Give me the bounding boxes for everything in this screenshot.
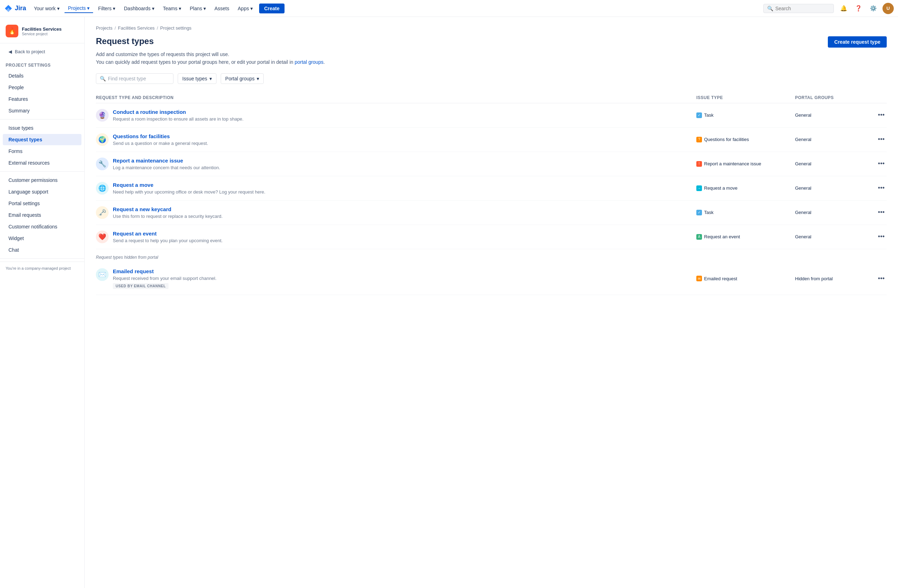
table-row[interactable]: 🌍 Questions for facilities Send us a que… bbox=[96, 127, 887, 152]
request-info: 🌍 Questions for facilities Send us a que… bbox=[96, 133, 697, 146]
sidebar-item-customer-permissions[interactable]: Customer permissions bbox=[3, 175, 81, 186]
sidebar-item-features[interactable]: Features bbox=[3, 94, 81, 105]
col-actions bbox=[866, 95, 887, 100]
issue-type: ✓ Task bbox=[697, 210, 795, 215]
dashboards-menu[interactable]: Dashboards ▾ bbox=[120, 4, 158, 13]
request-icon: ✉️ bbox=[96, 268, 109, 281]
breadcrumb-sep2: / bbox=[157, 25, 158, 31]
sidebar-item-issue-types[interactable]: Issue types bbox=[3, 122, 81, 134]
sidebar-item-forms[interactable]: Forms bbox=[3, 146, 81, 157]
chevron-down-icon: ▾ bbox=[152, 6, 154, 11]
table-row[interactable]: 🌐 Request a move Need help with your upc… bbox=[96, 176, 887, 201]
row-menu-button[interactable]: ••• bbox=[876, 232, 887, 242]
portal-group: General bbox=[795, 137, 866, 142]
plans-menu[interactable]: Plans ▾ bbox=[186, 4, 209, 13]
sidebar-project: 🔥 Facilities Services Service project bbox=[0, 21, 84, 43]
row-menu-button[interactable]: ••• bbox=[876, 159, 887, 169]
settings-button[interactable]: ⚙️ bbox=[868, 3, 879, 14]
page-header: Request types Add and customize the type… bbox=[96, 36, 887, 66]
request-name[interactable]: Conduct a routine inspection bbox=[113, 109, 244, 115]
request-name[interactable]: Questions for facilities bbox=[113, 133, 208, 139]
apps-menu[interactable]: Apps ▾ bbox=[234, 4, 256, 13]
breadcrumb-facilities[interactable]: Facilities Services bbox=[118, 25, 155, 31]
create-button[interactable]: Create bbox=[259, 3, 284, 14]
request-name[interactable]: Request a new keycard bbox=[113, 206, 223, 212]
back-icon: ◀ bbox=[8, 49, 12, 54]
request-text: Request an event Send a request to help … bbox=[113, 230, 223, 243]
search-input[interactable] bbox=[775, 6, 825, 11]
sidebar-item-language-support[interactable]: Language support bbox=[3, 186, 81, 197]
issue-type-icon: ✓ bbox=[697, 210, 702, 215]
row-menu-button[interactable]: ••• bbox=[876, 183, 887, 193]
request-text: Questions for facilities Send us a quest… bbox=[113, 133, 208, 146]
request-name[interactable]: Request a move bbox=[113, 182, 266, 188]
portal-groups-filter[interactable]: Portal groups ▾ bbox=[221, 73, 264, 84]
request-text: Conduct a routine inspection Request a r… bbox=[113, 109, 244, 121]
row-menu-button[interactable]: ••• bbox=[876, 273, 887, 284]
breadcrumb-projects[interactable]: Projects bbox=[96, 25, 112, 31]
sidebar-item-chat[interactable]: Chat bbox=[3, 244, 81, 256]
request-desc: Need help with your upcoming office or d… bbox=[113, 189, 266, 195]
issue-type-icon: ✓ bbox=[697, 112, 702, 118]
your-work-menu[interactable]: Your work ▾ bbox=[30, 4, 63, 13]
sidebar-item-email-requests[interactable]: Email requests bbox=[3, 209, 81, 221]
sidebar-item-details[interactable]: Details bbox=[3, 70, 81, 81]
request-type-search-box[interactable]: 🔍 bbox=[96, 73, 174, 84]
search-box[interactable]: 🔍 bbox=[763, 4, 834, 13]
filters-menu[interactable]: Filters ▾ bbox=[94, 4, 119, 13]
notifications-button[interactable]: 🔔 bbox=[838, 3, 849, 14]
request-name[interactable]: Emailed request bbox=[113, 268, 217, 274]
page-title: Request types bbox=[96, 36, 325, 46]
topnav: Jira Your work ▾ Projects ▾ Filters ▾ Da… bbox=[0, 0, 898, 17]
table-row[interactable]: ❤️ Request an event Send a request to he… bbox=[96, 225, 887, 249]
layout: 🔥 Facilities Services Service project ◀ … bbox=[0, 17, 898, 588]
teams-menu[interactable]: Teams ▾ bbox=[159, 4, 185, 13]
help-button[interactable]: ❓ bbox=[853, 3, 864, 14]
assets-menu[interactable]: Assets bbox=[211, 4, 233, 13]
project-info: Facilities Services Service project bbox=[22, 26, 62, 36]
sidebar-item-people[interactable]: People bbox=[3, 82, 81, 93]
topnav-icons: 🔔 ❓ ⚙️ U bbox=[838, 3, 894, 14]
row-menu-button[interactable]: ••• bbox=[876, 207, 887, 218]
portal-group: General bbox=[795, 210, 866, 215]
project-name: Facilities Services bbox=[22, 26, 62, 32]
projects-menu[interactable]: Projects ▾ bbox=[65, 4, 94, 13]
portal-groups-link[interactable]: portal groups bbox=[295, 59, 324, 65]
request-name[interactable]: Report a maintenance issue bbox=[113, 158, 220, 164]
sidebar-item-summary[interactable]: Summary bbox=[3, 105, 81, 116]
sidebar-item-portal-settings[interactable]: Portal settings bbox=[3, 198, 81, 209]
issue-type: ! Report a maintenance issue bbox=[697, 161, 795, 167]
sidebar-item-customer-notifications[interactable]: Customer notifications bbox=[3, 221, 81, 232]
table-row[interactable]: 🗝️ Request a new keycard Use this form t… bbox=[96, 201, 887, 225]
find-request-type-input[interactable] bbox=[108, 76, 168, 81]
row-actions: ••• bbox=[866, 232, 887, 242]
table-row[interactable]: 🔮 Conduct a routine inspection Request a… bbox=[96, 103, 887, 127]
sidebar-item-request-types[interactable]: Request types bbox=[3, 134, 81, 145]
row-menu-button[interactable]: ••• bbox=[876, 110, 887, 120]
portal-group: General bbox=[795, 186, 866, 191]
row-menu-button[interactable]: ••• bbox=[876, 134, 887, 144]
avatar[interactable]: U bbox=[883, 3, 894, 14]
logo-text: Jira bbox=[15, 5, 26, 12]
request-text: Request a new keycard Use this form to r… bbox=[113, 206, 223, 219]
row-actions: ••• bbox=[866, 273, 887, 284]
table-row[interactable]: ✉️ Emailed request Request received from… bbox=[96, 263, 887, 295]
back-to-project[interactable]: ◀ Back to project bbox=[3, 46, 81, 57]
create-request-type-button[interactable]: Create request type bbox=[828, 36, 887, 48]
issue-type: → Request a move bbox=[697, 186, 795, 191]
table-row[interactable]: 🔧 Report a maintenance issue Log a maint… bbox=[96, 152, 887, 176]
project-icon: 🔥 bbox=[6, 25, 18, 37]
project-subtitle: Service project bbox=[22, 32, 62, 36]
company-managed-label: You're in a company-managed project bbox=[0, 262, 84, 275]
sidebar-item-widget[interactable]: Widget bbox=[3, 233, 81, 244]
issue-types-filter[interactable]: Issue types ▾ bbox=[178, 73, 217, 84]
jira-logo[interactable]: Jira bbox=[4, 4, 26, 13]
search-icon: 🔍 bbox=[767, 6, 773, 11]
sidebar-item-external-resources[interactable]: External resources bbox=[3, 157, 81, 169]
portal-group: Hidden from portal bbox=[795, 276, 866, 281]
sidebar-divider bbox=[0, 119, 84, 120]
request-name[interactable]: Request an event bbox=[113, 230, 223, 236]
request-info: ✉️ Emailed request Request received from… bbox=[96, 268, 697, 289]
request-info: 🗝️ Request a new keycard Use this form t… bbox=[96, 206, 697, 219]
table-header: Request type and description Issue type … bbox=[96, 92, 887, 103]
